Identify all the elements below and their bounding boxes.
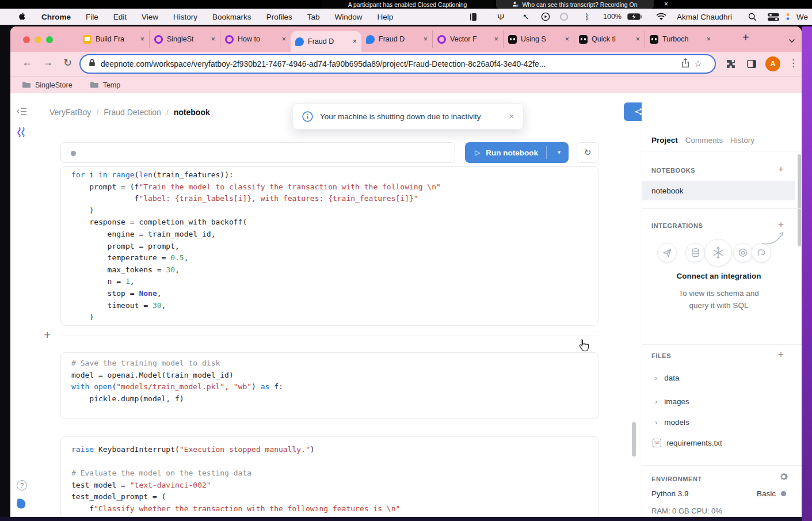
browser-tab[interactable]: SingleSt× bbox=[149, 31, 220, 48]
forward-button[interactable]: → bbox=[43, 56, 53, 69]
file-folder-data[interactable]: ›data bbox=[642, 370, 795, 386]
antler-app-icon[interactable]: Ψ bbox=[497, 9, 505, 25]
menu-window[interactable]: Window bbox=[334, 13, 362, 21]
address-bar[interactable]: deepnote.com/workspace/veryfatboy-2f930b… bbox=[79, 54, 716, 74]
code-cell[interactable]: # Save the training model to diskmodel =… bbox=[60, 352, 598, 419]
sidebar-tab-history[interactable]: History bbox=[730, 136, 754, 144]
tab-close-icon[interactable]: × bbox=[424, 35, 428, 43]
sidebar-tab-comments[interactable]: Comments bbox=[685, 136, 723, 144]
menu-edit[interactable]: Edit bbox=[113, 13, 127, 21]
tab-search-chevron-icon[interactable] bbox=[788, 35, 795, 45]
tab-close-icon[interactable]: × bbox=[494, 35, 498, 43]
transcript-notice[interactable]: Who can see this transcript? Recording O… bbox=[496, 0, 654, 9]
menu-view[interactable]: View bbox=[142, 13, 158, 21]
menu-file[interactable]: File bbox=[86, 13, 98, 21]
record-icon[interactable] bbox=[559, 9, 569, 25]
bookmark-star-icon[interactable]: ☆ bbox=[695, 59, 702, 69]
menu-bookmarks[interactable]: Bookmarks bbox=[212, 13, 251, 21]
url-text[interactable]: deepnote.com/workspace/veryfatboy-2f930b… bbox=[101, 60, 676, 69]
collapse-sidebar-icon[interactable] bbox=[16, 107, 27, 118]
browser-tab[interactable]: Using S× bbox=[503, 31, 574, 48]
bookmark-folder-singlestore[interactable]: SingleStore bbox=[22, 81, 73, 89]
tab-close-icon[interactable]: × bbox=[707, 35, 711, 43]
add-notebook-button[interactable]: + bbox=[778, 163, 784, 175]
apple-icon[interactable] bbox=[18, 12, 26, 22]
notification-text: Your machine is shutting down due to ina… bbox=[320, 112, 502, 121]
code-cell[interactable]: for i in range(len(train_features)): pro… bbox=[60, 166, 598, 326]
browser-tab[interactable]: Fraud D× bbox=[361, 31, 432, 48]
person-icon bbox=[512, 1, 519, 7]
clock-date: We bbox=[796, 9, 808, 25]
block-input-bar[interactable] bbox=[60, 142, 455, 163]
run-options-chevron-icon[interactable]: ▾ bbox=[558, 149, 561, 155]
notification-close-icon[interactable]: × bbox=[509, 112, 514, 121]
environment-settings-gear-icon[interactable] bbox=[779, 472, 788, 484]
bookmark-folder-temp[interactable]: Temp bbox=[90, 81, 121, 89]
file-folder-images[interactable]: ›images bbox=[642, 393, 795, 409]
zoom-window-button[interactable] bbox=[46, 36, 53, 43]
run-notebook-button[interactable]: ▷ Run notebook ▾ bbox=[465, 142, 569, 163]
add-cell-button[interactable]: + bbox=[44, 328, 51, 342]
browser-tab[interactable]: Build Fra× bbox=[78, 31, 149, 48]
extensions-icon[interactable] bbox=[726, 59, 735, 71]
code-line: timeout = 30, bbox=[71, 300, 598, 312]
refresh-icon: ↻ bbox=[584, 147, 592, 158]
browser-tab[interactable]: Quick ti× bbox=[574, 31, 645, 48]
menu-help[interactable]: Help bbox=[377, 13, 393, 21]
tab-close-icon[interactable]: × bbox=[211, 35, 215, 43]
new-tab-button[interactable]: + bbox=[742, 31, 749, 44]
search-icon[interactable] bbox=[748, 9, 757, 25]
browser-menu-icon[interactable]: ⋮ bbox=[788, 57, 798, 69]
tab-close-icon[interactable]: × bbox=[282, 35, 286, 43]
menu-profiles[interactable]: Profiles bbox=[266, 13, 292, 21]
sidebar-item-notebook[interactable]: notebook bbox=[642, 181, 795, 200]
reload-button[interactable]: ↻ bbox=[63, 56, 72, 69]
tab-close-icon[interactable]: × bbox=[636, 35, 640, 43]
browser-tab[interactable]: Turboch× bbox=[645, 31, 715, 48]
close-window-button[interactable] bbox=[23, 36, 30, 43]
deepnote-logo[interactable] bbox=[16, 497, 28, 512]
browser-tab[interactable]: Fraud D× bbox=[291, 31, 361, 52]
menu-history[interactable]: History bbox=[173, 13, 197, 21]
resource-usage: RAM: 0 GB CPU: 0% bbox=[651, 507, 722, 515]
code-line: test_model = "text-davinci-002" bbox=[71, 480, 598, 492]
code-line: f"Classify whether the transaction with … bbox=[71, 503, 598, 515]
add-file-button[interactable]: + bbox=[778, 349, 784, 360]
pointer-share-icon[interactable]: ↖ bbox=[523, 9, 529, 25]
side-panel-icon[interactable] bbox=[747, 60, 756, 70]
file-requirements[interactable]: TXTrequirements.txt bbox=[642, 435, 795, 451]
machine-status-dot bbox=[781, 491, 786, 496]
table-of-contents-icon[interactable] bbox=[17, 127, 26, 140]
cc-close-icon[interactable]: × bbox=[664, 0, 668, 9]
wifi-icon[interactable] bbox=[656, 9, 666, 25]
control-center-icon[interactable] bbox=[768, 9, 779, 25]
profile-avatar[interactable]: A bbox=[765, 56, 780, 71]
user-name[interactable]: Akmal Chaudhri bbox=[677, 9, 732, 25]
lock-icon[interactable] bbox=[89, 59, 96, 69]
menu-tab[interactable]: Tab bbox=[307, 13, 320, 21]
tab-close-icon[interactable]: × bbox=[140, 35, 144, 43]
sidebar-scrollbar[interactable] bbox=[798, 154, 801, 246]
share-page-icon[interactable] bbox=[681, 58, 689, 70]
restart-machine-button[interactable]: ↻ bbox=[577, 142, 598, 163]
code-cell[interactable]: raise KeyboardInterrupt("Execution stopp… bbox=[60, 436, 598, 517]
back-button[interactable]: ← bbox=[22, 56, 32, 69]
bluetooth-icon[interactable]: ᛒ bbox=[585, 9, 589, 25]
menu-chrome[interactable]: Chrome bbox=[41, 13, 71, 21]
machine-type[interactable]: Basic bbox=[642, 489, 786, 498]
journal-icon[interactable] bbox=[470, 9, 477, 25]
browser-tab[interactable]: How to× bbox=[220, 31, 291, 48]
main-scrollbar[interactable] bbox=[632, 422, 636, 457]
play-circle-icon[interactable] bbox=[541, 9, 550, 25]
help-button[interactable]: ? bbox=[17, 480, 27, 490]
tab-close-icon[interactable]: × bbox=[353, 37, 357, 45]
browser-tab[interactable]: Vector F× bbox=[432, 31, 503, 48]
minimize-window-button[interactable] bbox=[35, 36, 41, 43]
sidebar-tab-project[interactable]: Project bbox=[651, 136, 678, 144]
tab-close-icon[interactable]: × bbox=[565, 35, 569, 43]
breadcrumb-notebook[interactable]: notebook bbox=[174, 108, 210, 117]
breadcrumb-workspace[interactable]: VeryFatBoy bbox=[49, 108, 91, 117]
breadcrumb-project[interactable]: Fraud Detection bbox=[104, 108, 161, 117]
file-folder-models[interactable]: ›models bbox=[642, 414, 795, 430]
tab-label: Build Fra bbox=[96, 35, 136, 43]
